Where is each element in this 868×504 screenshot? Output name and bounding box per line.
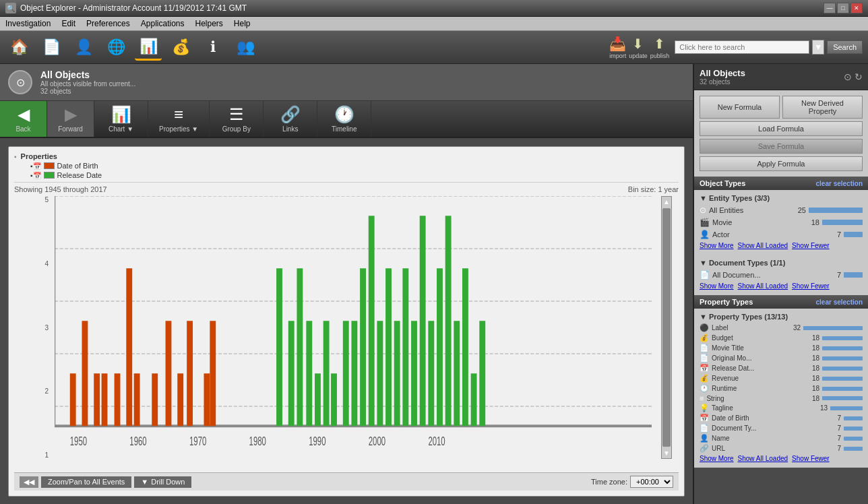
apply-formula-button[interactable]: Apply Formula: [700, 156, 863, 171]
entity-all-entities: ⊙ All Entities 25: [700, 204, 863, 216]
menu-preferences[interactable]: Preferences: [84, 18, 133, 29]
drilldown-label: Drill Down: [151, 478, 185, 486]
prop-show-more[interactable]: Show More: [700, 455, 734, 462]
forward-button[interactable]: ▶ Forward: [47, 101, 94, 137]
entity-show-links: Show More Show All Loaded Show Fewer: [700, 241, 863, 251]
update-button[interactable]: ⬇ update: [629, 36, 648, 59]
object-subtitle: All objects visible from current...: [40, 80, 135, 88]
window-controls[interactable]: — □ ✕: [824, 3, 863, 13]
links-button[interactable]: 🔗 Links: [264, 101, 317, 137]
timezone-select[interactable]: +00:00: [630, 476, 673, 488]
users-button[interactable]: 👥: [232, 34, 259, 61]
document-types-expand[interactable]: ▼: [700, 259, 707, 267]
chart-nav-left[interactable]: ◀◀: [20, 476, 38, 488]
timeline-button[interactable]: 🕐 Timeline: [317, 101, 371, 137]
entity-types-header: Entity Types (3/3): [709, 194, 770, 202]
entity-show-all-loaded[interactable]: Show All Loaded: [738, 242, 788, 249]
new-derived-property-button[interactable]: New Derived Property: [782, 96, 863, 119]
rp-refresh-icon[interactable]: ↻: [855, 71, 863, 82]
search-button[interactable]: Search: [827, 40, 863, 54]
object-types-clear[interactable]: clear selection: [816, 180, 863, 187]
object-count: 32 objects: [40, 88, 135, 95]
svg-rect-36: [315, 373, 321, 426]
svg-rect-42: [369, 216, 375, 426]
document-show-all-loaded[interactable]: Show All Loaded: [738, 282, 788, 290]
entity-show-more[interactable]: Show More: [700, 242, 734, 249]
load-formula-button[interactable]: Load Formula: [700, 121, 863, 136]
menu-investigation[interactable]: Investigation: [3, 18, 53, 29]
import-button[interactable]: 📥 import: [609, 36, 626, 59]
movie-title-icon: 📄: [700, 344, 709, 352]
revenue-bar: [822, 377, 863, 381]
minimize-button[interactable]: —: [824, 3, 836, 13]
object-title: All Objects: [40, 69, 135, 80]
svg-rect-19: [70, 373, 76, 426]
budget-bar: [822, 336, 863, 340]
entity-types-section: ▼ Entity Types (3/3) ⊙ All Entities 25 🎬…: [694, 190, 868, 255]
original-mo-bar: [822, 356, 863, 360]
globe-button[interactable]: 🌐: [102, 34, 129, 61]
legend-expand-icon[interactable]: ▪: [14, 153, 17, 160]
info-button[interactable]: ℹ: [199, 34, 226, 61]
revenue-count: 18: [806, 375, 819, 382]
movie-count: 18: [806, 218, 819, 226]
all-entities-bar: [809, 208, 863, 213]
budget-icon: 💰: [700, 334, 709, 342]
dob-bar: [844, 416, 863, 420]
search-dropdown[interactable]: ▼: [812, 40, 824, 55]
prop-show-fewer[interactable]: Show Fewer: [792, 455, 830, 462]
groupby-label: Group By: [222, 125, 251, 133]
chart-range: Showing 1945 through 2017: [14, 185, 107, 193]
menu-edit[interactable]: Edit: [59, 18, 78, 29]
maximize-button[interactable]: □: [837, 3, 849, 13]
entity-show-fewer[interactable]: Show Fewer: [792, 242, 830, 249]
scroll-thumb[interactable]: [662, 208, 671, 447]
name-count: 7: [828, 435, 841, 442]
menu-help[interactable]: Help: [231, 18, 253, 29]
main-toolbar: 🏠 📄 👤 🌐 📊 💰 ℹ 👥 📥 import ⬇ update ⬆ publ…: [0, 31, 868, 64]
chart-button[interactable]: 📊: [135, 34, 162, 61]
menu-applications[interactable]: Applications: [138, 18, 187, 29]
money-button[interactable]: 💰: [167, 34, 194, 61]
svg-rect-49: [428, 321, 434, 426]
drilldown-button[interactable]: ▼ Drill Down: [134, 476, 191, 488]
save-formula-button[interactable]: Save Formula: [700, 139, 863, 154]
revenue-name: Revenue: [712, 375, 803, 382]
prop-types-expand[interactable]: ▼: [700, 313, 707, 321]
links-icon: 🔗: [280, 105, 301, 124]
groupby-button[interactable]: ☰ Group By: [210, 101, 264, 137]
properties-button[interactable]: ≡ Properties ▼: [148, 101, 210, 137]
report-button[interactable]: 📄: [38, 34, 65, 61]
property-types-clear[interactable]: clear selection: [816, 298, 863, 306]
publish-button[interactable]: ⬆ publish: [650, 36, 670, 59]
all-entities-count: 25: [793, 206, 806, 214]
back-button[interactable]: ◀ Back: [0, 101, 47, 137]
entity-types-expand[interactable]: ▼: [700, 194, 707, 202]
document-show-fewer[interactable]: Show Fewer: [792, 282, 830, 290]
url-icon: 🔗: [700, 444, 709, 453]
svg-rect-29: [187, 321, 193, 426]
release-date-name: Release Dat...: [712, 365, 803, 372]
prop-show-links: Show More Show All Loaded Show Fewer: [700, 453, 863, 464]
chart-vertical-scrollbar[interactable]: ▲ ▼: [661, 196, 672, 459]
search-input[interactable]: [675, 40, 809, 54]
home-button[interactable]: 🏠: [5, 34, 32, 61]
prop-document-type: 📄 Document Ty... 7: [700, 423, 863, 433]
close-button[interactable]: ✕: [850, 3, 863, 13]
new-formula-button[interactable]: New Formula: [700, 96, 780, 119]
svg-rect-31: [210, 321, 216, 426]
zoom-pan-button[interactable]: Zoom/Pan to All Events: [41, 476, 131, 488]
document-show-more[interactable]: Show More: [700, 282, 734, 290]
scroll-down-button[interactable]: ▼: [662, 448, 671, 458]
rp-target-icon[interactable]: ⊙: [844, 71, 852, 82]
svg-rect-39: [343, 321, 349, 426]
prop-show-all-loaded[interactable]: Show All Loaded: [738, 455, 788, 462]
menu-helpers[interactable]: Helpers: [193, 18, 226, 29]
svg-text:2000: 2000: [369, 435, 385, 448]
scroll-up-button[interactable]: ▲: [662, 197, 671, 207]
chart-view-button[interactable]: 📊 Chart ▼: [94, 101, 148, 137]
original-mo-icon: 📄: [700, 354, 709, 363]
svg-text:1960: 1960: [129, 435, 146, 448]
svg-rect-22: [102, 373, 108, 426]
add-person-button[interactable]: 👤: [70, 34, 97, 61]
